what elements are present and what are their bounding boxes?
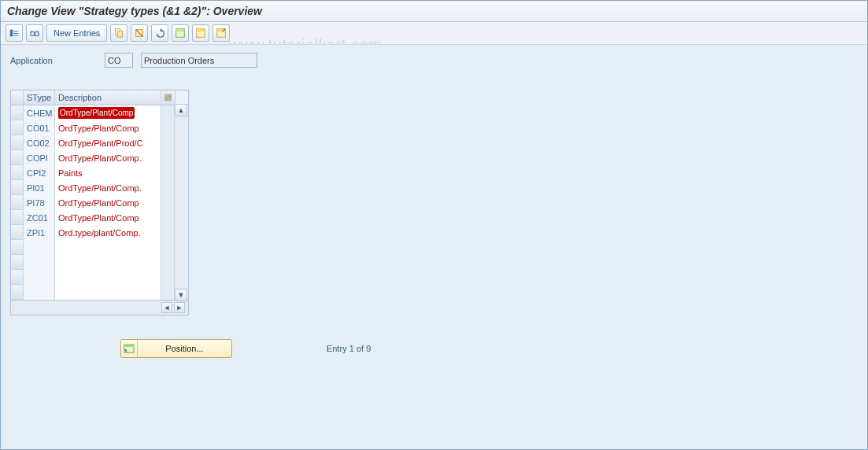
cell-stype[interactable] — [24, 270, 55, 285]
grid-body: CHEMOrdType/Plant/CompCO01OrdType/Plant/… — [11, 105, 188, 300]
select-block-icon[interactable] — [192, 24, 209, 42]
grid-config-icon[interactable] — [161, 90, 175, 105]
scroll-down-icon[interactable]: ▼ — [175, 289, 187, 301]
table-row[interactable]: ZC01OrdType/Plant/Comp — [11, 210, 188, 225]
cell-description[interactable]: OrdType/Plant/Comp. — [55, 150, 161, 165]
row-selector[interactable] — [11, 240, 24, 255]
delete-icon[interactable] — [131, 24, 148, 42]
cell-stype[interactable]: ZPI1 — [24, 225, 55, 240]
cell-stype[interactable] — [24, 255, 55, 270]
application-code-input[interactable] — [105, 53, 133, 68]
svg-rect-10 — [176, 29, 185, 32]
cell-description[interactable]: OrdType/Plant/Comp — [55, 210, 161, 225]
cell-stype[interactable]: CO01 — [24, 120, 55, 135]
glasses-icon[interactable] — [26, 24, 43, 42]
table-row[interactable]: PI01OrdType/Plant/Comp. — [11, 180, 188, 195]
scroll-left-icon[interactable]: ◄ — [161, 302, 172, 313]
title-bar: Change View "Strategy types (&1 &2)": Ov… — [1, 1, 867, 22]
table-row[interactable]: CPI2Paints — [11, 165, 188, 180]
row-selector[interactable] — [11, 165, 24, 180]
cell-stype[interactable]: CHEM — [24, 105, 55, 120]
cell-stype[interactable]: CPI2 — [24, 165, 55, 180]
table-row[interactable]: PI78OrdType/Plant/Comp — [11, 195, 188, 210]
svg-rect-16 — [168, 94, 171, 97]
row-selector[interactable] — [11, 210, 24, 225]
select-all-icon[interactable] — [172, 24, 189, 42]
cell-stype[interactable]: COPI — [24, 150, 55, 165]
table-row[interactable]: ZPI1Ord.type/plant/Comp. — [11, 225, 188, 240]
cell-stype[interactable]: ZC01 — [24, 210, 55, 225]
cell-stype[interactable] — [24, 285, 55, 300]
new-entries-button[interactable]: New Entries — [46, 24, 107, 42]
cell-description[interactable]: OrdType/Plant/Comp. — [55, 180, 161, 195]
row-selector[interactable] — [11, 285, 24, 300]
svg-rect-18 — [168, 98, 171, 101]
cell-description[interactable]: OrdType/Plant/Comp — [55, 105, 161, 120]
row-selector[interactable] — [11, 120, 24, 135]
grid-header-stype[interactable]: SType — [24, 90, 55, 105]
table-row[interactable]: CO02OrdType/Plant/Prod/C — [11, 135, 188, 150]
cell-description[interactable]: OrdType/Plant/Prod/C — [55, 135, 161, 150]
row-selector[interactable] — [11, 255, 24, 270]
cell-stype[interactable]: PI78 — [24, 195, 55, 210]
svg-rect-12 — [197, 29, 205, 32]
content-area: Application SType Description CHEMOrdTyp… — [1, 45, 867, 449]
cell-description[interactable] — [55, 285, 161, 300]
cell-description[interactable] — [55, 240, 161, 255]
position-button-label: Position... — [138, 344, 231, 353]
deselect-icon[interactable] — [212, 24, 230, 42]
sap-window: Change View "Strategy types (&1 &2)": Ov… — [0, 0, 868, 450]
table-row[interactable] — [11, 255, 188, 270]
undo-icon[interactable] — [151, 24, 168, 42]
position-row: Position... Entry 1 of 9 — [120, 339, 858, 358]
table-row[interactable] — [11, 240, 188, 255]
table-row[interactable] — [11, 285, 188, 300]
svg-rect-0 — [10, 30, 13, 37]
grid-header-row: SType Description — [11, 90, 188, 105]
cell-stype[interactable]: PI01 — [24, 180, 55, 195]
svg-rect-15 — [165, 94, 168, 97]
cell-stype[interactable] — [24, 240, 55, 255]
row-selector[interactable] — [11, 180, 24, 195]
svg-rect-7 — [118, 31, 123, 37]
application-field-row: Application — [10, 53, 858, 68]
grid-header-desc[interactable]: Description — [55, 90, 161, 105]
row-selector[interactable] — [11, 135, 24, 150]
toolbar: New Entries — [1, 22, 867, 45]
svg-rect-17 — [165, 98, 168, 101]
row-selector[interactable] — [11, 270, 24, 285]
position-button[interactable]: Position... — [120, 339, 232, 358]
copy-icon[interactable] — [110, 24, 127, 42]
scroll-up-icon[interactable]: ▲ — [175, 104, 187, 116]
cell-description[interactable]: Ord.type/plant/Comp. — [55, 225, 161, 240]
table-row[interactable] — [11, 270, 188, 285]
grid-vertical-scrollbar[interactable]: ▲ ▼ — [174, 104, 187, 301]
entry-count-label: Entry 1 of 9 — [327, 344, 371, 353]
row-selector[interactable] — [11, 225, 24, 240]
table-row[interactable]: COPIOrdType/Plant/Comp. — [11, 150, 188, 165]
cell-description[interactable] — [55, 270, 161, 285]
application-desc-input[interactable] — [141, 53, 257, 68]
cell-description[interactable]: Paints — [55, 165, 161, 180]
row-selector[interactable] — [11, 150, 24, 165]
cell-description[interactable]: OrdType/Plant/Comp — [55, 195, 161, 210]
svg-rect-3 — [13, 35, 18, 36]
svg-point-4 — [31, 31, 35, 35]
row-selector[interactable] — [11, 105, 24, 120]
table-row[interactable]: CHEMOrdType/Plant/Comp — [11, 105, 188, 120]
details-icon[interactable] — [6, 24, 23, 42]
svg-rect-1 — [13, 31, 18, 31]
strategy-types-grid: SType Description CHEMOrdType/Plant/Comp… — [10, 90, 189, 315]
cell-description[interactable]: OrdType/Plant/Comp — [55, 120, 161, 135]
row-selector[interactable] — [11, 195, 24, 210]
scroll-right-icon[interactable]: ► — [174, 302, 185, 313]
cell-description[interactable] — [55, 255, 161, 270]
position-icon — [121, 340, 138, 357]
svg-rect-20 — [124, 345, 134, 347]
table-row[interactable]: CO01OrdType/Plant/Comp — [11, 120, 188, 135]
svg-point-5 — [35, 31, 39, 35]
cell-stype[interactable]: CO02 — [24, 135, 55, 150]
grid-header-selector[interactable] — [11, 90, 24, 105]
page-title: Change View "Strategy types (&1 &2)": Ov… — [7, 5, 262, 17]
application-label: Application — [10, 56, 97, 65]
